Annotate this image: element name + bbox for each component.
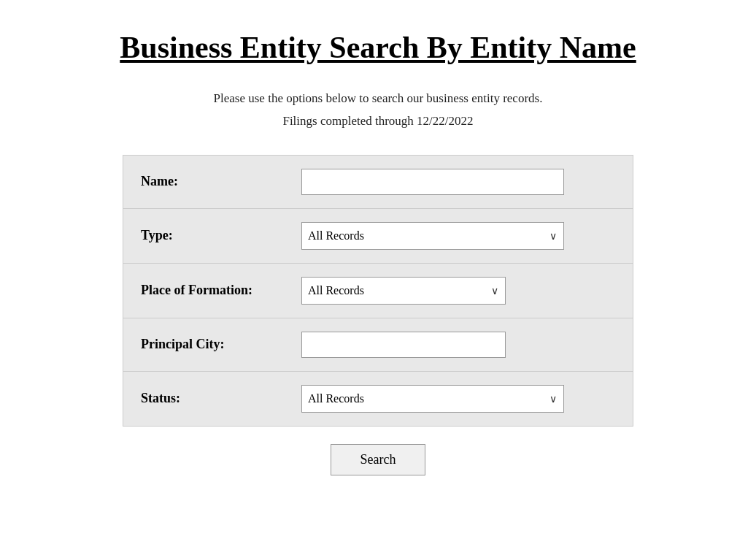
status-select[interactable]: All Records Active Inactive Dissolved: [301, 385, 564, 413]
page-title: Business Entity Search By Entity Name: [44, 29, 712, 66]
search-button-row: Search: [44, 444, 712, 475]
city-row: Principal City:: [123, 318, 633, 372]
status-label: Status:: [141, 391, 301, 406]
subtitle-line2: Filings completed through 12/22/2022: [44, 110, 712, 133]
formation-select[interactable]: All Records Domestic Foreign: [301, 277, 506, 305]
formation-select-wrapper: All Records Domestic Foreign: [301, 277, 506, 305]
status-select-wrapper: All Records Active Inactive Dissolved: [301, 385, 564, 413]
city-label: Principal City:: [141, 337, 301, 352]
type-label: Type:: [141, 228, 301, 243]
name-input[interactable]: [301, 169, 564, 195]
name-label: Name:: [141, 174, 301, 189]
type-select[interactable]: All Records Corporation LLC Partnership …: [301, 222, 564, 250]
subtitle-line1: Please use the options below to search o…: [44, 88, 712, 110]
formation-label: Place of Formation:: [141, 283, 301, 298]
search-button[interactable]: Search: [331, 444, 426, 475]
subtitle: Please use the options below to search o…: [44, 88, 712, 132]
city-input[interactable]: [301, 332, 506, 358]
type-row: Type: All Records Corporation LLC Partne…: [123, 209, 633, 264]
type-select-wrapper: All Records Corporation LLC Partnership …: [301, 222, 564, 250]
name-row: Name:: [123, 156, 633, 209]
search-form: Name: Type: All Records Corporation LLC …: [123, 155, 633, 427]
status-row: Status: All Records Active Inactive Diss…: [123, 372, 633, 426]
formation-row: Place of Formation: All Records Domestic…: [123, 264, 633, 318]
